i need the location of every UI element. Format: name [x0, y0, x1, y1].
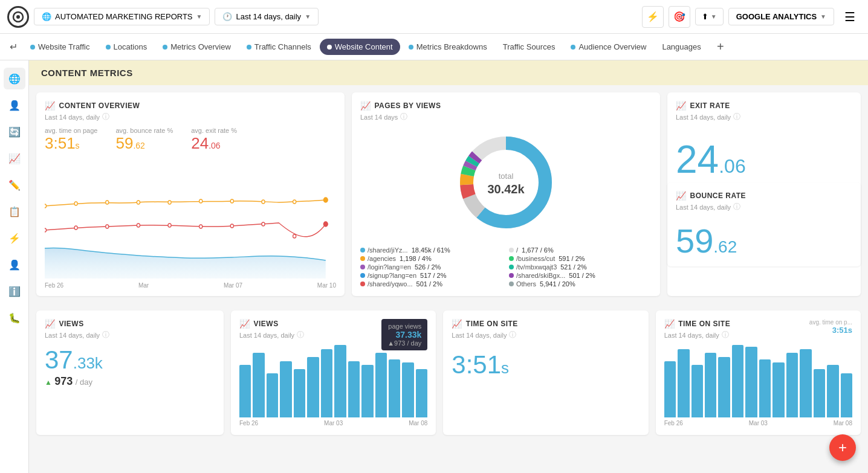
- tab-label: Traffic Channels: [254, 42, 311, 51]
- info-icon[interactable]: ⓘ: [400, 112, 407, 122]
- card-title-text: CONTENT OVERVIEW: [59, 101, 140, 110]
- tab-dot: [247, 45, 251, 50]
- sidebar-icon-clipboard[interactable]: 📋: [4, 201, 25, 222]
- tab-label: Languages: [662, 42, 701, 51]
- sidebar-icon-refresh[interactable]: 🔄: [4, 121, 25, 143]
- ga-dropdown-arrow: ▼: [820, 13, 826, 20]
- menu-button[interactable]: ☰: [839, 6, 861, 28]
- svg-text:30.42k: 30.42k: [487, 182, 525, 196]
- svg-point-11: [323, 222, 328, 227]
- tab-traffic-sources[interactable]: Traffic Sources: [496, 39, 563, 55]
- tab-label: Audience Overview: [578, 42, 646, 51]
- tab-label: Traffic Sources: [503, 42, 555, 51]
- sidebar-icon-globe[interactable]: 🌐: [4, 68, 25, 89]
- date-selector[interactable]: 🕐 Last 14 days, daily ▼: [215, 8, 319, 25]
- svg-point-20: [293, 200, 296, 204]
- sidebar-icon-edit[interactable]: ✏️: [4, 174, 25, 196]
- globe-icon: 🌐: [42, 12, 51, 21]
- add-tab-button[interactable]: +: [712, 39, 729, 56]
- ga-selector[interactable]: GOOGLE ANALYTICS ▼: [728, 8, 834, 25]
- share-button[interactable]: ⬆ ▼: [695, 8, 724, 25]
- subtitle-text: Last 14 days, daily: [45, 332, 100, 339]
- report-selector[interactable]: 🌐 AUTOMATED MARKETING REPORTS ▼: [34, 8, 210, 25]
- nav-back-button[interactable]: ↵: [5, 39, 22, 56]
- sidebar-icon-chart[interactable]: 📈: [4, 147, 25, 169]
- bounce-rate-value: 59.62: [676, 224, 852, 258]
- logo[interactable]: [7, 6, 29, 28]
- trend-icon: 📈: [452, 319, 462, 329]
- info-icon[interactable]: ⓘ: [733, 112, 740, 122]
- time-bar-chart: [664, 345, 852, 417]
- share-dropdown-arrow: ▼: [711, 13, 717, 20]
- avg-time-label: avg. time on page: [45, 127, 97, 134]
- tab-label: Website Content: [335, 42, 393, 51]
- lightning-button[interactable]: ⚡: [642, 6, 664, 28]
- pages-by-views-card: 📈 PAGES BY VIEWS Last 14 days ⓘ: [352, 92, 660, 296]
- subtitle-text: Last 14 days, daily: [45, 114, 100, 121]
- sidebar-icon-people[interactable]: 👤: [4, 94, 25, 116]
- legend-item: /shared/yqwo... 501 / 2%: [360, 280, 503, 288]
- views-per-day: ▲ 973 / day: [45, 375, 215, 388]
- target-button[interactable]: 🎯: [669, 6, 690, 28]
- legend-item: /agencies 1,198 / 4%: [360, 255, 503, 262]
- main-content: CONTENT METRICS 📈 CONTENT OVERVIEW Last …: [29, 60, 868, 473]
- donut-wrapper: total 30.42k: [360, 122, 652, 243]
- trend-icon: 📈: [676, 191, 687, 201]
- target-icon: 🎯: [673, 11, 685, 22]
- bar: [253, 353, 264, 417]
- sidebar-icon-bug[interactable]: 🐛: [4, 307, 25, 329]
- info-icon[interactable]: ⓘ: [102, 112, 109, 122]
- bar: [732, 345, 743, 417]
- content-header: CONTENT METRICS: [29, 60, 868, 85]
- avg-time-metric: avg. time on page 3:51s: [45, 127, 97, 153]
- time-on-site-right-card: 📈 TIME ON SITE Last 14 days, daily ⓘ avg…: [656, 311, 861, 435]
- tab-traffic-channels[interactable]: Traffic Channels: [239, 39, 319, 55]
- card-title: 📈 BOUNCE RATE: [676, 191, 852, 201]
- tab-dot: [327, 45, 332, 50]
- avg-exit-value: 24.06: [191, 134, 237, 153]
- info-icon[interactable]: ⓘ: [297, 330, 304, 340]
- legend-item: /tv/mbxwqajt3 521 / 2%: [509, 263, 652, 271]
- cards-grid: 📈 CONTENT OVERVIEW Last 14 days, daily ⓘ…: [29, 85, 868, 311]
- bar: [416, 369, 427, 417]
- info-icon[interactable]: ⓘ: [102, 330, 109, 340]
- subtitle-text: Last 14 days, daily: [239, 332, 294, 339]
- tab-metrics-breakdowns[interactable]: Metrics Breakdowns: [401, 39, 494, 55]
- trend-icon: 📈: [676, 101, 687, 111]
- content-header-text: CONTENT METRICS: [41, 68, 133, 78]
- legend-item: / 1,677 / 6%: [509, 246, 652, 254]
- tab-website-traffic[interactable]: Website Traffic: [23, 39, 97, 55]
- info-icon[interactable]: ⓘ: [509, 330, 516, 340]
- sidebar-icon-info[interactable]: ℹ️: [4, 280, 25, 302]
- tab-dot: [30, 45, 35, 50]
- sidebar-icon-lightning[interactable]: ⚡: [4, 227, 25, 249]
- svg-point-12: [45, 204, 47, 208]
- svg-point-2: [45, 228, 47, 232]
- tab-languages[interactable]: Languages: [655, 39, 708, 55]
- sidebar-icon-user[interactable]: 👤: [4, 254, 25, 275]
- legend-item: /shared/jiYz... 18.45k / 61%: [360, 246, 503, 254]
- pages-legend: /shared/jiYz... 18.45k / 61% / 1,677 / 6…: [360, 246, 652, 288]
- report-dropdown-arrow: ▼: [196, 13, 202, 20]
- svg-point-4: [106, 225, 109, 228]
- tab-website-content[interactable]: Website Content: [320, 39, 400, 55]
- card-title-text: TIME ON SITE: [678, 320, 730, 328]
- info-icon[interactable]: ⓘ: [722, 330, 729, 340]
- avg-time-value: 3:51s: [45, 134, 97, 153]
- bar: [267, 373, 278, 417]
- tab-locations[interactable]: Locations: [99, 39, 155, 55]
- info-icon[interactable]: ⓘ: [733, 202, 740, 212]
- card-subtitle: Last 14 days, daily ⓘ: [676, 202, 852, 212]
- fab-button[interactable]: +: [829, 434, 856, 461]
- tab-metrics-overview[interactable]: Metrics Overview: [155, 39, 238, 55]
- avg-exit-metric: avg. exit rate % 24.06: [191, 127, 237, 153]
- avg-bounce-label: avg. bounce rate %: [115, 127, 173, 134]
- tab-audience-overview[interactable]: Audience Overview: [563, 39, 653, 55]
- date-dropdown-arrow: ▼: [305, 13, 311, 20]
- legend-dot: [509, 265, 514, 269]
- chart-x-labels: Feb 26 Mar Mar 07 Mar 10: [45, 282, 336, 289]
- bar: [691, 365, 703, 417]
- legend-item: Others 5,941 / 20%: [509, 280, 652, 288]
- legend-dot: [360, 265, 365, 269]
- svg-point-9: [262, 222, 265, 226]
